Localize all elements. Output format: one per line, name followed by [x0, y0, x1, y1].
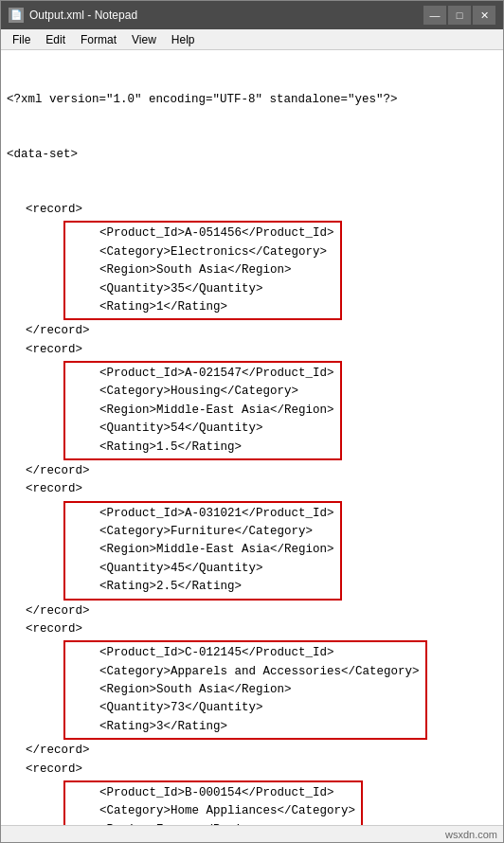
- record-2-line-3: <Quantity>45</Quantity>: [71, 560, 334, 578]
- menu-edit[interactable]: Edit: [38, 31, 73, 48]
- record-2-line-4: <Rating>2.5</Rating>: [71, 578, 334, 596]
- record-0-line-1: <Category>Electronics</Category>: [71, 243, 334, 261]
- record-block-4: <Product_Id>B-000154</Product_Id> <Categ…: [63, 780, 363, 825]
- watermark: wsxdn.com: [445, 829, 497, 840]
- menu-format[interactable]: Format: [73, 31, 124, 48]
- record-4-line-0: <Product_Id>B-000154</Product_Id>: [71, 784, 355, 802]
- menu-view[interactable]: View: [124, 31, 164, 48]
- record-block-1: <Product_Id>A-021547</Product_Id> <Categ…: [63, 361, 342, 460]
- record-3-line-3: <Quantity>73</Quantity>: [71, 699, 420, 717]
- record-3-line-0: <Product_Id>C-012145</Product_Id>: [71, 644, 420, 662]
- record-group-1: <record> <Product_Id>A-021547</Product_I…: [7, 341, 497, 481]
- status-bar: wsxdn.com: [1, 825, 503, 842]
- record-block-0: <Product_Id>A-051456</Product_Id> <Categ…: [63, 221, 342, 320]
- xml-editor: <?xml version="1.0" encoding="UTF-8" sta…: [7, 54, 497, 201]
- record-0-line-3: <Quantity>35</Quantity>: [71, 280, 334, 298]
- record-4-line-2: <Region>Europe</Region>: [71, 821, 355, 825]
- app-icon: 📄: [9, 8, 24, 23]
- record-0-line-0: <Product_Id>A-051456</Product_Id>: [71, 224, 334, 242]
- record-1-line-4: <Rating>1.5</Rating>: [71, 439, 334, 457]
- window-controls: — □ ✕: [423, 6, 495, 25]
- record-block-2: <Product_Id>A-031021</Product_Id> <Categ…: [63, 501, 342, 601]
- title-bar-left: 📄 Output.xml - Notepad: [9, 8, 137, 23]
- close-button[interactable]: ✕: [473, 6, 495, 25]
- record-3-line-2: <Region>South Asia</Region>: [71, 681, 420, 699]
- record-1-line-1: <Category>Housing</Category>: [71, 383, 334, 401]
- menu-help[interactable]: Help: [164, 31, 203, 48]
- record-0-line-2: <Region>South Asia</Region>: [71, 261, 334, 279]
- xml-declaration: <?xml version="1.0" encoding="UTF-8" sta…: [7, 91, 497, 109]
- record-close-2: </record>: [7, 602, 497, 620]
- record-open-3: <record>: [7, 620, 497, 638]
- record-open-2: <record>: [7, 480, 497, 498]
- record-close-0: </record>: [7, 322, 497, 340]
- record-3-line-1: <Category>Apparels and Accessories</Cate…: [71, 663, 420, 681]
- record-open-0: <record>: [7, 201, 497, 219]
- root-open: <data-set>: [7, 146, 497, 164]
- record-close-1: </record>: [7, 462, 497, 480]
- record-open-4: <record>: [7, 761, 497, 779]
- title-bar: 📄 Output.xml - Notepad — □ ✕: [1, 1, 503, 29]
- content-area[interactable]: <?xml version="1.0" encoding="UTF-8" sta…: [1, 50, 503, 825]
- record-2-line-0: <Product_Id>A-031021</Product_Id>: [71, 505, 334, 523]
- record-0-line-4: <Rating>1</Rating>: [71, 298, 334, 316]
- record-3-line-4: <Rating>3</Rating>: [71, 718, 420, 736]
- menu-bar: File Edit Format View Help: [1, 29, 503, 50]
- record-1-line-0: <Product_Id>A-021547</Product_Id>: [71, 365, 334, 383]
- window-title: Output.xml - Notepad: [29, 9, 137, 22]
- record-group-2: <record> <Product_Id>A-031021</Product_I…: [7, 480, 497, 620]
- record-4-line-1: <Category>Home Appliances</Category>: [71, 802, 355, 820]
- menu-file[interactable]: File: [5, 31, 38, 48]
- record-close-3: </record>: [7, 742, 497, 760]
- record-open-1: <record>: [7, 341, 497, 359]
- record-1-line-3: <Quantity>54</Quantity>: [71, 420, 334, 438]
- maximize-button[interactable]: □: [448, 6, 471, 25]
- record-block-3: <Product_Id>C-012145</Product_Id> <Categ…: [63, 640, 427, 740]
- main-window: 📄 Output.xml - Notepad — □ ✕ File Edit F…: [0, 0, 504, 843]
- record-1-line-2: <Region>Middle-East Asia</Region>: [71, 402, 334, 420]
- record-group-4: <record> <Product_Id>B-000154</Product_I…: [7, 761, 497, 826]
- minimize-button[interactable]: —: [423, 6, 446, 25]
- record-2-line-2: <Region>Middle-East Asia</Region>: [71, 541, 334, 559]
- records-container: <record> <Product_Id>A-051456</Product_I…: [7, 201, 497, 825]
- record-group-3: <record> <Product_Id>C-012145</Product_I…: [7, 620, 497, 761]
- record-group-0: <record> <Product_Id>A-051456</Product_I…: [7, 201, 497, 341]
- record-2-line-1: <Category>Furniture</Category>: [71, 523, 334, 541]
